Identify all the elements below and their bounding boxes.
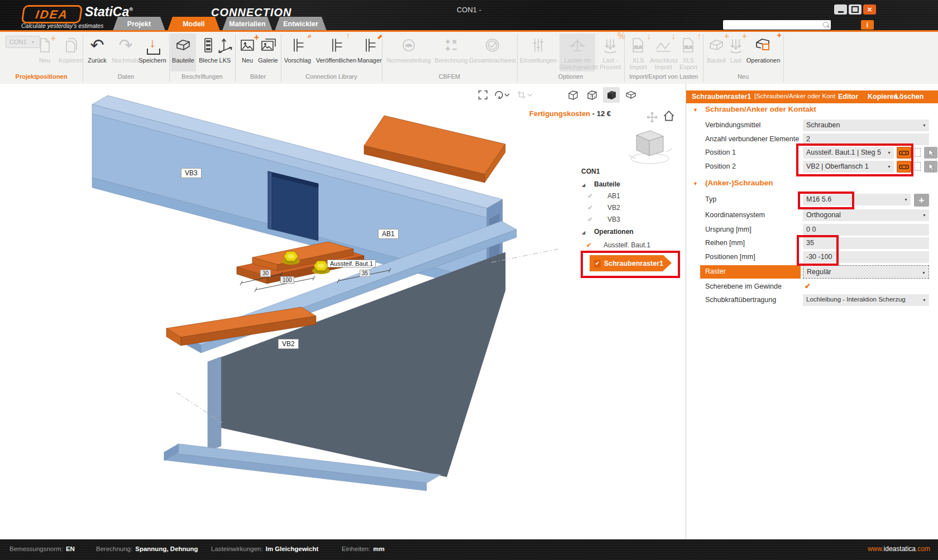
search-input[interactable] xyxy=(725,21,821,30)
ribbon-manager[interactable]: Manager xyxy=(357,33,382,71)
ribbon-vorschlag[interactable]: ⌕ Vorschlag xyxy=(283,33,313,71)
ribbon-xls-import[interactable]: ↓ XLS Import xyxy=(626,33,650,71)
tree-item-vb3[interactable]: VB3 xyxy=(607,216,620,223)
pan-axes-icon[interactable] xyxy=(645,111,659,124)
ribbon-last-prozent[interactable]: % Last - Prozent xyxy=(596,33,624,71)
dropdown-arrow-icon: ▼ xyxy=(922,298,926,302)
crop-options-chevron-icon[interactable] xyxy=(527,88,533,102)
ribbon-lks-toggle[interactable]: LKS xyxy=(216,33,234,71)
position1-select-in-scene-button[interactable] xyxy=(924,147,937,159)
positionen-input[interactable]: -30 -100 xyxy=(803,251,929,263)
section-anker-schrauben[interactable]: (Anker-)Schrauben xyxy=(705,179,773,187)
schubkraft-select[interactable]: Lochleibung - Interaktion Scherzug▼ xyxy=(803,294,929,306)
tree-expander-icon[interactable]: ◢ xyxy=(582,183,585,188)
wireframe-view-button[interactable] xyxy=(566,88,580,102)
3d-viewport[interactable]: Fertigungskosten - 12 € VB3 AB1 VB2 Auss… xyxy=(0,84,686,539)
ribbon-zurueck[interactable]: ↶ Zurück xyxy=(85,33,109,71)
tab-entwickler[interactable]: Entwickler xyxy=(275,17,327,31)
verbindungsmittel-select[interactable]: Schrauben▼ xyxy=(803,119,929,131)
home-view-button[interactable] xyxy=(662,109,676,123)
collapse-triangle-icon[interactable]: ▼ xyxy=(693,181,698,186)
ribbon-neu-last[interactable]: + Last xyxy=(727,33,745,71)
typ-select[interactable]: M16 5.6▼ xyxy=(803,194,911,205)
ribbon-neu-operationen[interactable]: + Operationen xyxy=(744,33,783,71)
check-icon[interactable]: ✔ xyxy=(587,192,593,200)
position2-select-in-scene-button[interactable] xyxy=(924,161,937,173)
delete-button[interactable]: Löschen xyxy=(895,93,923,100)
tree-item-ab1[interactable]: AB1 xyxy=(607,192,620,200)
zoom-fit-button[interactable] xyxy=(476,88,490,102)
new-image-icon: + xyxy=(237,33,258,57)
tree-item-vb2[interactable]: VB2 xyxy=(607,204,620,212)
reihen-input[interactable]: 35 xyxy=(803,237,929,249)
tab-projekt[interactable]: Projekt xyxy=(113,17,165,31)
minimize-button[interactable] xyxy=(834,4,847,15)
tree-item-aussteif[interactable]: Aussteif. Baut.1 xyxy=(604,241,650,249)
library-search-icon: ⌕ xyxy=(283,33,313,57)
check-icon[interactable]: ✔ xyxy=(587,204,593,212)
accent-line xyxy=(0,30,938,32)
save-icon: ↓ xyxy=(136,33,169,57)
ribbon-veroeffentlichen[interactable]: ↑ Veröffentlichen xyxy=(313,33,360,71)
koordinatensystem-select[interactable]: Orthogonal▼ xyxy=(803,209,929,221)
tree-group-operationen[interactable]: Operationen xyxy=(594,228,634,236)
label-stiffener: Aussteif. Baut.1 xyxy=(327,260,376,267)
search-box[interactable] xyxy=(723,20,831,30)
website-link[interactable]: www.ideastatica.com xyxy=(868,545,930,553)
field-label: Schubkraftübertragung xyxy=(705,296,776,304)
check-icon[interactable]: ✔ xyxy=(586,241,592,249)
ribbon-speichern[interactable]: ↓ Speichern xyxy=(136,33,169,71)
ursprung-input[interactable]: 0 0 xyxy=(803,224,929,236)
dimension-100: 100 xyxy=(280,276,294,284)
checkbox-checked-icon[interactable]: ✔ xyxy=(594,260,601,267)
ribbon-normeinstellung[interactable]: Normeinstellung xyxy=(384,33,433,71)
ribbon-bild-neu[interactable]: + Neu xyxy=(237,33,258,71)
section-schrauben-anker[interactable]: Schrauben/Anker oder Kontakt xyxy=(705,105,816,113)
check-icon[interactable]: ✔ xyxy=(587,216,593,223)
ribbon-lasten-gleichgewicht[interactable]: Lasten im Gleichgewicht xyxy=(559,33,595,71)
copy-button[interactable]: Kopieren xyxy=(868,93,898,100)
collapse-triangle-icon[interactable]: ▼ xyxy=(693,107,698,113)
new-operation-icon: + xyxy=(744,33,783,57)
tree-group-bauteile[interactable]: Bauteile xyxy=(594,180,620,188)
tree-expander-icon[interactable]: ◢ xyxy=(582,230,585,235)
maximize-icon xyxy=(851,6,859,13)
ribbon-xls-export[interactable]: ↑ XLS Export xyxy=(677,33,700,71)
hidden-lines-view-button[interactable] xyxy=(585,88,599,102)
connection-import-icon: ↓ xyxy=(650,33,677,57)
ribbon-galerie[interactable]: Galerie xyxy=(256,33,280,71)
ribbon-berechnung[interactable]: Berechnung xyxy=(433,33,469,71)
info-button[interactable]: i xyxy=(861,20,874,30)
raster-row-label-selected: Raster xyxy=(700,265,801,279)
add-bolt-type-button[interactable]: + xyxy=(914,194,929,207)
solid-view-button[interactable] xyxy=(603,87,620,103)
close-button[interactable]: ✕ xyxy=(863,4,876,15)
maximize-button[interactable] xyxy=(849,4,862,15)
group-label-import-export: Import/Export von Lasten xyxy=(624,73,703,81)
group-label-optionen: Optionen xyxy=(517,73,624,81)
ribbon-gesamtnachweis[interactable]: Gesamtnachweis xyxy=(469,33,516,71)
tab-modell[interactable]: Modell xyxy=(168,17,220,31)
ribbon-neu-projekt[interactable]: + Neu xyxy=(34,33,56,71)
tree-root-con1[interactable]: CON1 xyxy=(581,167,600,175)
position1-select[interactable]: Aussteif. Baut.1 | Steg 5▼ xyxy=(803,147,894,159)
tab-materialien[interactable]: Materialien xyxy=(222,17,272,31)
scherebene-checkbox-checked[interactable]: ✔ xyxy=(805,282,811,290)
library-publish-icon: ↑ xyxy=(313,33,360,57)
position2-plate-picker-button[interactable] xyxy=(897,161,911,173)
ribbon-bauteile-toggle[interactable]: Bauteile xyxy=(170,33,196,71)
rotate-options-chevron-icon[interactable] xyxy=(504,88,510,102)
field-label: Scherebene im Gewinde xyxy=(705,283,782,290)
ribbon-neu-bauteil[interactable]: + Bauteil xyxy=(705,33,728,71)
label-vb2: VB2 xyxy=(278,339,299,349)
editor-button[interactable]: Editor xyxy=(838,93,858,100)
raster-select[interactable]: Regulär▼ xyxy=(803,265,929,279)
open-section-view-button[interactable] xyxy=(624,88,638,102)
search-icon xyxy=(823,22,829,27)
position1-plate-picker-button[interactable] xyxy=(897,147,911,159)
position2-select[interactable]: VB2 | Oberflansch 1▼ xyxy=(803,161,894,173)
tree-item-schraubenraster1[interactable]: ✔ Schraubenraster1 xyxy=(590,255,663,271)
ribbon-einstellungen[interactable]: Einstellungen xyxy=(519,33,557,71)
ribbon-anschluss-import[interactable]: ↓ Anschluss Import xyxy=(650,33,677,71)
status-berechnung: Berechnung:Spannung, Dehnung xyxy=(96,545,198,552)
